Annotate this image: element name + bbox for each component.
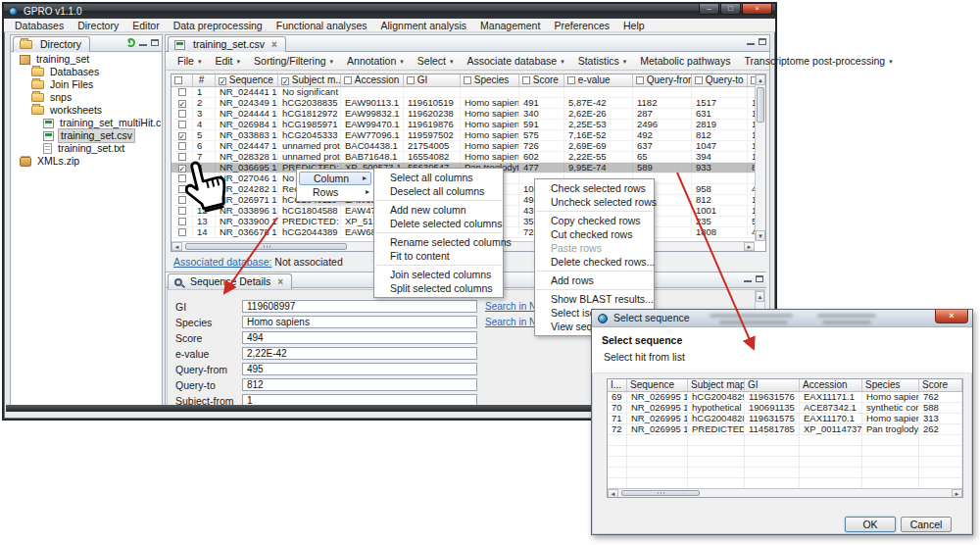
checkbox-checked[interactable]: ✓ [178, 165, 186, 173]
dialog-column-header-species[interactable]: Species [862, 379, 919, 392]
species-field[interactable]: Homo sapiens [242, 316, 477, 328]
query-from-field[interactable]: 495 [242, 363, 477, 375]
scroll-up-icon[interactable]: ▲ [756, 74, 765, 85]
score-field[interactable]: 494 [242, 331, 477, 344]
menu-item-deselect-all-columns[interactable]: Deselect all columns [374, 184, 503, 198]
table-row[interactable]: ✓2NR_024349 1hCG2038835EAW90113.11196105… [172, 98, 765, 109]
tab-training-set-csv[interactable]: training_set.csv × [168, 36, 286, 52]
table-row[interactable]: 3NR_024444 1hCG1812972EAW99832.111962023… [172, 109, 765, 120]
column-header-[interactable]: # [193, 74, 216, 87]
menu-item-uncheck-selected-rows[interactable]: Uncheck selected rows [535, 195, 654, 209]
checkbox-unchecked[interactable] [178, 153, 186, 161]
column-header-score[interactable]: Score [519, 74, 564, 87]
menubar-item-databases[interactable]: Databases [8, 19, 71, 32]
vertical-scroll-thumb[interactable] [757, 87, 764, 123]
dialog-table-row[interactable]: 69NR_026995 1hCG2004829119631576EAX11171… [608, 392, 962, 403]
column-header-query-to[interactable]: Query-to [692, 74, 748, 87]
tree-item-training-set-csv[interactable]: training_set.csv [12, 129, 161, 142]
tree-item-databases[interactable]: Databases [12, 66, 161, 78]
menu-item-check-selected-rows[interactable]: Check selected rows [535, 181, 654, 195]
dialog-column-header-sequence[interactable]: Sequence [627, 379, 688, 392]
toolbar-button-select[interactable]: Select▾ [414, 52, 458, 71]
query-to-field[interactable]: 812 [242, 378, 477, 391]
horizontal-scroll-thumb[interactable] [185, 243, 347, 250]
close-button[interactable]: × [742, 4, 772, 15]
checkbox-unchecked[interactable] [522, 76, 530, 84]
checkbox-unchecked[interactable] [178, 196, 186, 204]
scroll-left-icon[interactable]: ◄ [172, 242, 182, 251]
cancel-button[interactable]: Cancel [901, 517, 952, 532]
menu-item-add-rows[interactable]: Add rows [535, 273, 654, 287]
checkbox-unchecked[interactable] [636, 76, 644, 84]
dialog-column-header-i[interactable]: I... [608, 379, 627, 392]
column-header-gi[interactable]: GI [404, 74, 461, 87]
dialog-scroll-right-icon[interactable]: ► [952, 489, 962, 498]
checkbox-unchecked[interactable] [178, 207, 186, 215]
ok-button[interactable]: OK [845, 517, 896, 532]
table-row[interactable]: 7NR_028328 1unnamed prot...BAB71648.1165… [172, 152, 765, 163]
tree-item-worksheets[interactable]: worksheets [12, 104, 161, 117]
checkbox-unchecked[interactable] [178, 174, 186, 182]
panel-minimize-icon[interactable] [139, 39, 147, 46]
dialog-titlebar[interactable]: Select sequence × [592, 310, 972, 327]
checkbox-unchecked[interactable] [178, 121, 186, 128]
checkbox-unchecked[interactable] [174, 76, 182, 84]
tab-sequence-details[interactable]: Sequence Details × [168, 273, 292, 289]
menu-item-cut-checked-rows[interactable]: Cut checked rows [535, 227, 654, 241]
checkbox-unchecked[interactable] [178, 185, 186, 193]
table-row[interactable]: 6NR_024447 1unnamed prot...BAC04438.1217… [172, 141, 765, 152]
checkbox-checked[interactable]: ✓ [281, 77, 289, 85]
refresh-icon[interactable] [126, 38, 135, 47]
scroll-right-icon[interactable]: ► [744, 242, 755, 251]
toolbar-button-associate-database[interactable]: Associate database▾ [464, 52, 568, 71]
tree-item-join-files[interactable]: Join Files [12, 78, 161, 91]
table-row[interactable]: 1NR_024441 1No significant ... [172, 87, 765, 98]
e-value-field[interactable]: 2,22E-42 [242, 347, 477, 360]
menu-item-add-new-column[interactable]: Add new column [374, 203, 503, 217]
details-tab-close-icon[interactable]: × [277, 274, 283, 289]
toolbar-button-metabolic-pathways[interactable]: Metabolic pathways [636, 52, 734, 71]
checkbox-checked[interactable]: ✓ [219, 77, 226, 85]
menu-item-rename-selected-columns[interactable]: Rename selected columns [374, 235, 503, 249]
menu-item-join-selected-columns[interactable]: Join selected columns [374, 268, 503, 281]
tab-directory[interactable]: Directory [13, 36, 90, 52]
editor-maximize-icon[interactable] [759, 38, 766, 45]
checkbox-checked[interactable]: ✓ [178, 100, 186, 108]
dialog-close-button[interactable]: × [935, 310, 968, 323]
associated-database-link[interactable]: Associated database: [173, 256, 271, 268]
toolbar-button-statistics[interactable]: Statistics▾ [574, 52, 631, 71]
dialog-scroll-thumb[interactable] [621, 490, 700, 496]
tree-item-training-set-txt[interactable]: training_set.txt [12, 142, 161, 155]
details-scroll-up-icon[interactable]: ▲ [756, 291, 764, 302]
checkbox-checked[interactable]: ✓ [178, 132, 186, 140]
menu-item-rows[interactable]: Rows▸ [297, 185, 373, 199]
editor-minimize-icon[interactable] [747, 38, 755, 45]
tree-item-snps[interactable]: snps [12, 91, 161, 104]
dialog-scroll-left-icon[interactable]: ◄ [608, 489, 618, 498]
column-header-sequence[interactable]: ✓ Sequence [216, 74, 278, 87]
checkbox-unchecked[interactable] [178, 110, 186, 118]
menu-item-column[interactable]: Column▸ [299, 172, 371, 185]
dialog-table-row[interactable]: 70NR_026995 1hypothetical p...190691135A… [608, 403, 962, 414]
window-titlebar[interactable]: GPRO v1.1.0 – □ × [4, 4, 775, 19]
menubar-item-help[interactable]: Help [616, 19, 652, 32]
dialog-table-row[interactable]: 72NR_026995 1PREDICTED: h...114581785XP_… [608, 424, 962, 435]
tab-close-icon[interactable]: × [271, 37, 277, 52]
menu-item-select-all-columns[interactable]: Select all columns [374, 171, 503, 184]
dialog-horizontal-scrollbar[interactable]: ◄ ► [608, 488, 962, 497]
dialog-column-header-score[interactable]: Score [919, 379, 962, 392]
column-header-species[interactable]: Species [461, 74, 519, 87]
table-row[interactable]: 4NR_026984 1hCG1985971EAW99470.111961987… [172, 120, 765, 130]
gi-field[interactable]: 119608997 [242, 300, 477, 313]
details-minimize-icon[interactable] [744, 275, 752, 282]
menu-item-show-blast-results[interactable]: Show BLAST results... [535, 292, 654, 306]
menu-item-fit-to-content[interactable]: Fit to content [374, 249, 503, 263]
menubar-item-editor[interactable]: Editor [125, 19, 166, 32]
menu-item-delete-selected-columns[interactable]: Delete selected columns [374, 217, 503, 230]
checkbox-unchecked[interactable] [464, 76, 471, 84]
toolbar-button-edit[interactable]: Edit▾ [211, 52, 244, 71]
toolbar-button-transcriptome-post-processing[interactable]: Transcriptome post-processing▾ [740, 52, 896, 71]
checkbox-unchecked[interactable] [178, 228, 186, 236]
maximize-button[interactable]: □ [720, 4, 741, 15]
menu-item-delete-checked-rows[interactable]: Delete checked rows... [535, 255, 654, 269]
